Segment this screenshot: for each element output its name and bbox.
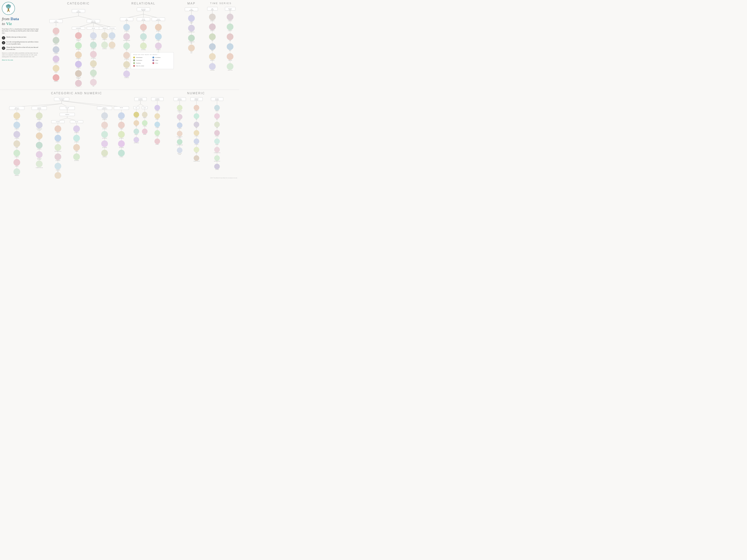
svg-point-395: [154, 105, 160, 110]
svg-point-75: [90, 42, 97, 48]
svg-point-96: [109, 32, 115, 39]
svg-point-420: [177, 131, 182, 136]
svg-line-333: [61, 101, 121, 107]
svg-text:ALLUVIAL: ALLUVIAL: [110, 48, 114, 49]
svg-point-306: [73, 135, 80, 141]
svg-text:ONE: ONE: [211, 8, 213, 9]
svg-text:POSITION: POSITION: [37, 108, 41, 109]
svg-point-84: [90, 70, 97, 76]
svg-text:ONE CAT: ONE CAT: [15, 107, 19, 108]
svg-point-184: [209, 24, 216, 30]
svg-text:CIRCULAR: CIRCULAR: [228, 70, 232, 71]
svg-point-90: [101, 32, 108, 39]
top-half: CATEGORIC ONE VARIABLE ONE VARIABLE TWO …: [0, 0, 239, 89]
svg-point-160: [188, 15, 195, 22]
svg-point-62: [75, 61, 82, 68]
svg-text:SEVERAL: SEVERAL: [215, 98, 219, 99]
svg-point-398: [154, 113, 160, 119]
svg-text:VARIABLE: VARIABLE: [76, 11, 81, 12]
svg-point-93: [101, 42, 108, 48]
svg-point-404: [154, 130, 160, 136]
svg-point-254: [36, 112, 43, 119]
svg-point-187: [209, 33, 216, 40]
svg-line-10: [56, 16, 78, 20]
svg-line-221: [39, 104, 61, 107]
legend-correlation: Correlation: [133, 59, 152, 61]
svg-text:BETWEEN: BETWEEN: [141, 9, 146, 10]
svg-text:GROUPS: GROUPS: [141, 10, 145, 11]
svg-point-190: [209, 43, 216, 50]
svg-text:DENDROGRAM: DENDROGRAM: [75, 87, 82, 87]
timeseries-tree-svg: ONE SERIES SEVERAL SERIES BARPLOT BARPLO…: [204, 6, 238, 86]
svg-point-312: [73, 154, 80, 160]
svg-point-251: [14, 168, 20, 175]
numeric-tree-svg: 2 NUMERIC VARIABLES 3 NUMERIC VARIABLES …: [133, 97, 237, 179]
timeseries-section: TIME SERIES ONE SERIES SEVERAL SERIES BA…: [204, 2, 238, 88]
relational-tree-svg: BETWEEN GROUPS NO ORDER VALUE FOR LINK V…: [115, 7, 172, 87]
svg-text:COORD.: COORD.: [178, 154, 181, 155]
svg-text:SANKEY: SANKEY: [120, 156, 124, 157]
legend-distribution: Distribution: [133, 57, 152, 58]
categoric-title: CATEGORIC: [41, 2, 116, 5]
svg-text:ONE GROUP: ONE GROUP: [15, 108, 19, 109]
svg-point-374: [133, 112, 139, 117]
svg-point-325: [101, 131, 108, 138]
svg-point-392: [142, 129, 148, 134]
catnum-title: CATEGORIC AND NUMERIC: [21, 92, 133, 95]
svg-point-383: [133, 137, 139, 142]
svg-text:FOR LINK: FOR LINK: [141, 20, 146, 21]
svg-text:CAT: CAT: [67, 108, 68, 109]
map-title: MAP: [176, 2, 207, 5]
svg-point-417: [177, 123, 182, 128]
svg-text:2 NUMERIC: 2 NUMERIC: [138, 98, 143, 99]
svg-line-314: [61, 101, 105, 107]
legend-flow: Flow: [152, 62, 171, 64]
svg-point-458: [214, 122, 220, 127]
svg-point-136: [140, 24, 147, 31]
svg-text:FOR ENTITY: FOR ENTITY: [156, 20, 161, 21]
svg-point-470: [214, 155, 220, 161]
categoric-section: CATEGORIC ONE VARIABLE ONE VARIABLE TWO …: [41, 2, 116, 88]
svg-point-340: [118, 122, 125, 128]
svg-text:NUMERIC: NUMERIC: [195, 100, 199, 101]
svg-point-287: [54, 135, 61, 141]
svg-text:VARIABLES: VARIABLES: [138, 100, 143, 101]
svg-text:UNORDERED: UNORDERED: [76, 28, 81, 29]
svg-point-139: [140, 33, 147, 40]
svg-point-467: [214, 147, 220, 153]
bottom-half: CATEGORIC AND NUMERIC ONE NUM PER CAT IT…: [0, 89, 239, 179]
svg-point-124: [123, 43, 130, 49]
catnum-tree-svg: ONE NUM PER CAT ITEM ONE CAT ONE GROUP V…: [2, 97, 133, 179]
svg-point-346: [118, 140, 125, 147]
catnum-section: CATEGORIC AND NUMERIC ONE NUM PER CAT IT…: [2, 92, 133, 178]
svg-point-239: [14, 131, 20, 138]
svg-text:ARC: ARC: [93, 86, 95, 87]
svg-point-271: [36, 161, 43, 167]
legend-evolution: Evolution: [152, 57, 171, 58]
svg-text:NESTED: NESTED: [120, 107, 123, 108]
svg-point-443: [194, 138, 199, 144]
svg-text:NESTED: NESTED: [92, 28, 95, 29]
svg-point-193: [209, 53, 216, 60]
svg-text:VARIABLE: VARIABLE: [54, 22, 58, 23]
legend-title: WHAT DO YOU WANT TO SHOW ?: [133, 54, 171, 55]
svg-point-127: [123, 52, 130, 59]
svg-text:ONE: ONE: [55, 21, 57, 22]
svg-point-34: [53, 28, 59, 34]
svg-point-328: [101, 140, 108, 147]
svg-text:HISTOGRAM: HISTOGRAM: [134, 142, 139, 143]
svg-point-464: [214, 138, 220, 144]
svg-point-261: [36, 133, 43, 139]
svg-text:MAP: MAP: [190, 52, 192, 53]
svg-point-99: [109, 42, 115, 48]
svg-point-446: [194, 147, 199, 153]
svg-text:SCATTER: SCATTER: [215, 169, 219, 170]
svg-point-349: [118, 150, 125, 156]
svg-point-40: [53, 46, 59, 53]
svg-point-424: [177, 139, 182, 145]
svg-point-214: [227, 63, 233, 70]
svg-text:TREEMAP: TREEMAP: [102, 156, 107, 157]
svg-point-337: [118, 112, 125, 119]
svg-text:CONNECTED: CONNECTED: [36, 128, 42, 129]
svg-point-264: [36, 142, 43, 149]
